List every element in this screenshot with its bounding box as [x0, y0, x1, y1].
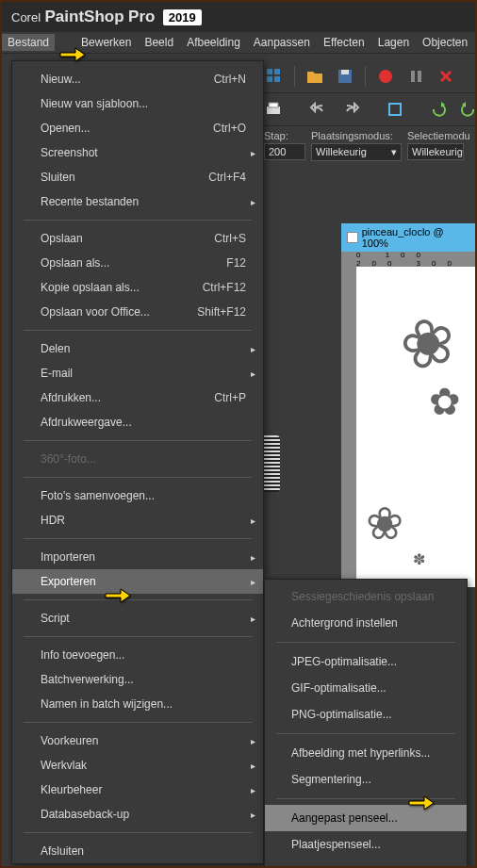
brush-preview-icon: ❀ [366, 497, 403, 549]
menu-item[interactable]: Afdrukken...Ctrl+P [12, 385, 263, 410]
menu-item[interactable]: Recente bestanden▸ [12, 189, 263, 214]
brush-preview-icon: ❀ [391, 299, 465, 387]
product-text: PaintShop [45, 8, 124, 25]
menu-item[interactable]: E-mail▸ [12, 361, 263, 385]
record-icon[interactable] [375, 66, 396, 87]
menu-item[interactable]: Afdrukweergave... [12, 410, 263, 434]
step-label: Stap: [264, 130, 305, 141]
svg-rect-10 [269, 103, 278, 107]
menu-item[interactable]: Databaseback-up▸ [12, 802, 263, 827]
submenu-item[interactable]: JPEG-optimalisatie... [265, 648, 467, 675]
menu-item-label: Opslaan als... [41, 256, 109, 270]
menu-item[interactable]: Nieuw van sjabloon... [12, 91, 263, 116]
menu-item[interactable]: HDR▸ [12, 508, 263, 532]
menu-item-label: Importeren [41, 550, 95, 564]
menu-item[interactable]: Opslaan voor Office...Shift+F12 [12, 300, 263, 324]
submenu-item[interactable]: Afbeelding met hyperlinks... [265, 740, 467, 766]
menu-item[interactable]: Foto's samenvoegen... [12, 483, 263, 508]
menu-item[interactable]: Voorkeuren▸ [12, 729, 263, 753]
svg-rect-2 [267, 76, 272, 82]
submenu-item-label: Afbeelding met hyperlinks... [291, 746, 430, 760]
menu-item[interactable]: Nieuw...Ctrl+N [12, 67, 263, 91]
menu-item[interactable]: Afsluiten [12, 839, 263, 863]
svg-point-6 [379, 70, 392, 83]
svg-rect-7 [411, 71, 415, 82]
redo-icon[interactable] [341, 99, 360, 120]
menu-item[interactable]: Script▸ [12, 606, 263, 631]
menu-item-label: Kopie opslaan als... [41, 281, 140, 294]
menu-item-label: Afdrukken... [41, 391, 101, 404]
submenu-item[interactable]: GIF-optimalisatie... [265, 675, 467, 701]
menu-lagen[interactable]: Lagen [378, 36, 409, 49]
menu-item-label: Sluiten [41, 171, 75, 184]
submenu-item-label: JPEG-optimalisatie... [291, 655, 397, 668]
crop-icon[interactable] [387, 99, 403, 120]
print-icon[interactable] [264, 99, 283, 120]
menu-beeld[interactable]: Beeld [144, 36, 173, 49]
submenu-item[interactable]: Plaatjespenseel... [265, 831, 467, 858]
menu-item[interactable]: Kopie opslaan als...Ctrl+F12 [12, 275, 263, 300]
menu-item[interactable]: Namen in batch wijzigen... [12, 692, 263, 716]
undo-icon[interactable] [309, 99, 328, 120]
menu-item[interactable]: OpslaanCtrl+S [12, 226, 263, 251]
menu-separator [24, 477, 252, 478]
menu-item[interactable]: Screenshot▸ [12, 140, 263, 165]
menu-item[interactable]: Exporteren▸ [12, 569, 263, 594]
menu-item[interactable]: Kleurbeheer▸ [12, 778, 263, 802]
submenu-item[interactable]: Aangepast penseel... [265, 805, 467, 831]
menu-item-label: Delen [41, 342, 70, 355]
canvas[interactable]: ❀ ✿ ❀ ✽ [356, 267, 475, 587]
save-icon[interactable] [335, 66, 355, 87]
menu-separator [24, 538, 252, 539]
menu-item-shortcut: Ctrl+F12 [203, 281, 246, 294]
undo-history-icon[interactable] [430, 99, 447, 120]
submenu-item[interactable]: Fotolijst... [265, 858, 467, 868]
brand-text: Corel [11, 10, 41, 25]
menu-item-label: Databaseback-up [41, 808, 129, 821]
step-input[interactable] [264, 143, 305, 160]
redo-history-icon[interactable] [460, 99, 477, 120]
menu-item[interactable]: Delen▸ [12, 336, 263, 361]
menu-bestand[interactable]: Bestand [2, 34, 55, 51]
menu-item-label: Script [41, 612, 70, 625]
menu-item-label: Nieuw... [41, 73, 81, 86]
menu-item-label: 360°-foto... [41, 452, 96, 466]
svg-rect-8 [418, 71, 421, 82]
menu-bewerken[interactable]: Bewerken [81, 36, 131, 49]
menu-item[interactable]: Batchverwerking... [12, 667, 263, 692]
menu-item[interactable]: Werkvlak▸ [12, 753, 263, 778]
submenu-item[interactable]: PNG-optimalisatie... [265, 701, 467, 728]
menu-afbeelding[interactable]: Afbeelding [187, 36, 240, 49]
placement-select[interactable]: Willekeurig▾ [311, 143, 402, 161]
menu-item[interactable]: Info toevoegen... [12, 643, 263, 667]
selection-select[interactable]: Willekeurig [407, 143, 464, 160]
product-year: 2019 [163, 9, 202, 25]
menu-item[interactable]: Openen...Ctrl+O [12, 116, 263, 140]
menu-item-shortcut: Ctrl+O [213, 122, 246, 135]
menu-item-label: Nieuw van sjabloon... [41, 97, 148, 110]
svg-rect-3 [274, 76, 280, 82]
chevron-down-icon: ▾ [391, 146, 397, 158]
menu-item[interactable]: Importeren▸ [12, 545, 263, 569]
menu-item-shortcut: F12 [226, 256, 246, 270]
menu-aanpassen[interactable]: Aanpassen [254, 36, 310, 49]
menu-item: 360°-foto... [12, 447, 263, 471]
submenu-item-label: Fotolijst... [291, 864, 339, 868]
document-tab[interactable]: pinceau_cloclo @ 100% [341, 223, 475, 252]
pause-icon[interactable] [405, 66, 426, 87]
submenu-item[interactable]: Achtergrond instellen [265, 610, 467, 636]
menu-item-label: Afsluiten [41, 844, 84, 858]
submenu-item[interactable]: Segmentering... [265, 766, 467, 793]
grid-icon[interactable] [264, 66, 285, 87]
submenu-item-label: GIF-optimalisatie... [291, 681, 387, 695]
menu-effecten[interactable]: Effecten [323, 36, 365, 49]
submenu-arrow-icon: ▸ [251, 761, 255, 771]
stop-icon[interactable] [436, 66, 456, 87]
menu-objecten[interactable]: Objecten [422, 36, 468, 49]
menu-item[interactable]: SluitenCtrl+F4 [12, 165, 263, 189]
menu-item-label: Screenshot [41, 146, 98, 159]
menu-separator [24, 220, 252, 221]
menu-item[interactable]: Opslaan als...F12 [12, 251, 263, 275]
menu-item-shortcut: Ctrl+P [214, 391, 246, 404]
folder-icon[interactable] [304, 66, 325, 87]
